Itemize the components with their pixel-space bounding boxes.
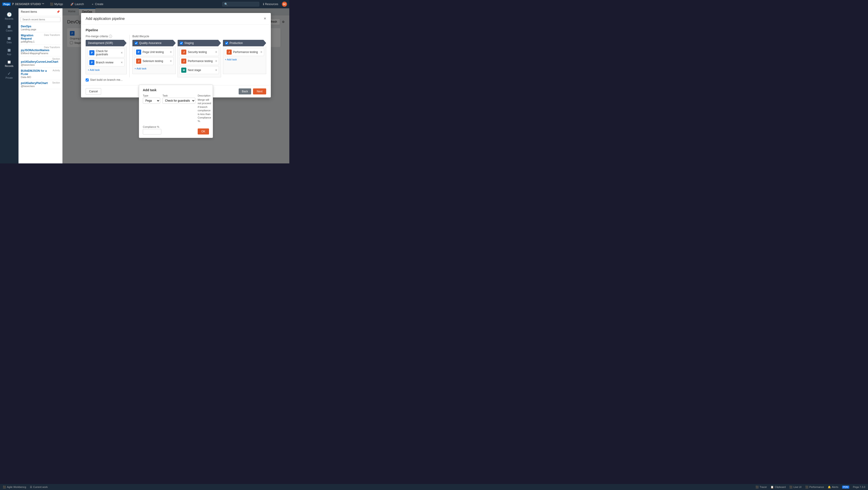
- task-perf-staging: J Performance testing ✕: [180, 57, 219, 65]
- dev-stage-header: Development (SOR): [86, 40, 127, 46]
- qa-stage-body: P Pega Unit testing ✕ J Selenium testing…: [132, 46, 176, 74]
- task-badge-p1: P: [89, 50, 94, 55]
- sidebar-item-app[interactable]: ◼ App: [0, 45, 18, 57]
- user-avatar[interactable]: SC: [282, 2, 287, 7]
- qa-add-task-link[interactable]: + Add task: [134, 66, 174, 71]
- private-icon: ✓: [7, 71, 11, 76]
- pega-badge: Pega: [2, 3, 11, 6]
- studio-title: DESIGNER STUDIO ™: [15, 3, 44, 6]
- type-label: Type: [143, 94, 160, 97]
- pipeline-sections: Pre-merge criteria i Development (SOR): [86, 35, 266, 77]
- sidebar-item-recents[interactable]: 🕐 Recents: [0, 10, 18, 22]
- modal-header: Add application pipeline ×: [81, 13, 271, 25]
- top-navigation: Pega 7 DESIGNER STUDIO ™ ⬛ MyApp 🚀 Launc…: [0, 0, 289, 8]
- recent-items-header: Recent items 📌: [19, 8, 62, 16]
- modal-close-button[interactable]: ×: [264, 16, 266, 21]
- start-build-row: Start build on branch me...: [86, 78, 266, 82]
- production-checkbox[interactable]: [225, 42, 228, 45]
- task-pega-unit: P Pega Unit testing ✕: [134, 48, 174, 56]
- staging-stage: Staging J Security testing ✕: [178, 40, 221, 77]
- pre-merge-section: Pre-merge criteria i Development (SOR): [86, 35, 130, 77]
- content-area: Home DevOps DevOps Add application pipel…: [62, 8, 289, 163]
- task-badge-stg2: J: [181, 59, 186, 64]
- modal-body: Pipeline Pre-merge criteria i: [81, 25, 271, 85]
- cases-icon: ◼: [7, 24, 11, 29]
- task-label: Task: [162, 94, 195, 97]
- task-check-guardrails: P Check for guardrails ✕: [88, 48, 125, 57]
- pin-icon[interactable]: 📌: [57, 10, 60, 13]
- dev-add-task-link[interactable]: + Add task: [88, 68, 125, 72]
- compliance-input[interactable]: [143, 129, 161, 134]
- task-group: Task Check for guardrails Branch review …: [162, 94, 195, 123]
- task-remove-perf-staging[interactable]: ✕: [215, 60, 217, 63]
- app-icon: ◼: [7, 48, 11, 53]
- task-remove-pega-unit[interactable]: ✕: [170, 51, 172, 54]
- task-selenium: J Selenium testing ✕: [134, 57, 174, 65]
- recent-item-pie-chart[interactable]: Section pxUIGalleryPieChart @baseclass: [19, 80, 62, 89]
- recent-item-migration[interactable]: Data Transform Migration Request pxMigRe…: [19, 32, 62, 45]
- task-remove-next-stage[interactable]: ✕: [215, 68, 217, 72]
- task-remove-security[interactable]: ✕: [215, 51, 217, 54]
- task-next-stage: M Next stage ✕: [180, 66, 219, 74]
- compliance-row: Compliance % OK: [143, 125, 209, 134]
- recent-item-devops[interactable]: DevOps Landing page: [19, 23, 62, 32]
- task-badge-prod1: J: [227, 50, 232, 55]
- type-select[interactable]: Pega Jenkins Maven: [143, 98, 160, 104]
- recents-icon: 🕐: [7, 12, 12, 17]
- sidebar-item-records[interactable]: ◼ Records: [0, 57, 18, 69]
- recent-item-json[interactable]: Data Transform pyJSONActionNames EMbed-M…: [19, 45, 62, 56]
- build-lifecycle-section: Build lifecycle Quality Assurance: [132, 35, 266, 77]
- nav-create[interactable]: ＋ Create: [89, 2, 105, 6]
- cancel-button[interactable]: Cancel: [86, 88, 101, 95]
- task-remove-branch[interactable]: ✕: [121, 61, 123, 64]
- nav-launch[interactable]: 🚀 Launch: [68, 3, 86, 6]
- type-task-row: Type Pega Jenkins Maven Task Check for g…: [143, 94, 209, 123]
- staging-checkbox[interactable]: [180, 42, 183, 45]
- sidebar-item-cases[interactable]: ◼ Cases: [0, 22, 18, 34]
- production-stage: Production J Performance testing ✕: [223, 40, 266, 77]
- sidebar-item-private[interactable]: ✓ Private: [0, 69, 18, 81]
- resources-link[interactable]: ℹ Resources: [263, 3, 278, 6]
- recent-item-dmjson[interactable]: Activity BUIldDMJSON for a FLow Data-MO: [19, 68, 62, 80]
- pre-merge-info-icon[interactable]: i: [109, 35, 112, 38]
- qa-checkbox[interactable]: [135, 42, 138, 45]
- task-remove-perf-prod[interactable]: ✕: [260, 51, 262, 54]
- qa-stage: Quality Assurance P Pega Unit testing ✕: [132, 40, 176, 77]
- type-group: Type Pega Jenkins Maven: [143, 94, 160, 123]
- task-badge-qa2: J: [136, 59, 141, 64]
- start-build-checkbox[interactable]: [86, 79, 89, 82]
- pipeline-section-title: Pipeline: [86, 28, 266, 32]
- description-text: Merge will not proceed if branch complia…: [198, 98, 211, 123]
- prod-add-task-link[interactable]: + Add task: [225, 57, 264, 62]
- left-panel: Recent items 📌 DevOps Landing page Data …: [19, 8, 62, 163]
- search-icon: 🔍: [224, 3, 228, 6]
- modal-title: Add application pipeline: [86, 17, 125, 21]
- records-icon: ◼: [7, 59, 11, 64]
- ok-button[interactable]: OK: [198, 128, 209, 134]
- info-icon: ℹ: [263, 3, 264, 6]
- compliance-label: Compliance %: [143, 125, 161, 128]
- staging-stage-header: Staging: [178, 40, 221, 46]
- next-button[interactable]: Next: [253, 88, 266, 94]
- sidebar-item-data[interactable]: ◼ Data: [0, 34, 18, 45]
- task-security: J Security testing ✕: [180, 48, 219, 56]
- recent-item-curve-chart[interactable]: Section pxUIGalleryCurverLineChart @base…: [19, 56, 62, 68]
- pega-logo[interactable]: Pega 7 DESIGNER STUDIO ™: [2, 3, 44, 6]
- task-select[interactable]: Check for guardrails Branch review Pega …: [162, 98, 195, 104]
- description-label: Description: [198, 94, 211, 97]
- qa-stage-header: Quality Assurance: [132, 40, 176, 46]
- global-search[interactable]: 🔍: [222, 2, 259, 6]
- task-remove-guardrails[interactable]: ✕: [121, 51, 123, 54]
- task-remove-selenium[interactable]: ✕: [170, 60, 172, 63]
- build-lifecycle-label: Build lifecycle: [132, 35, 266, 38]
- dev-stage: Development (SOR) P Check for guardrails…: [86, 40, 127, 74]
- add-task-popover: Add task Type Pega Jenkins Maven Task C: [139, 85, 213, 138]
- production-stage-header: Production: [223, 40, 266, 46]
- task-perf-prod: J Performance testing ✕: [225, 48, 264, 56]
- search-recent-input[interactable]: [20, 17, 60, 22]
- nav-myapp[interactable]: ⬛ MyApp: [48, 3, 65, 6]
- dev-stage-body: P Check for guardrails ✕ P Branch review…: [86, 46, 127, 74]
- version-badge: 7: [12, 3, 14, 6]
- back-button[interactable]: Back: [239, 88, 251, 94]
- pre-merge-label: Pre-merge criteria i: [86, 35, 127, 38]
